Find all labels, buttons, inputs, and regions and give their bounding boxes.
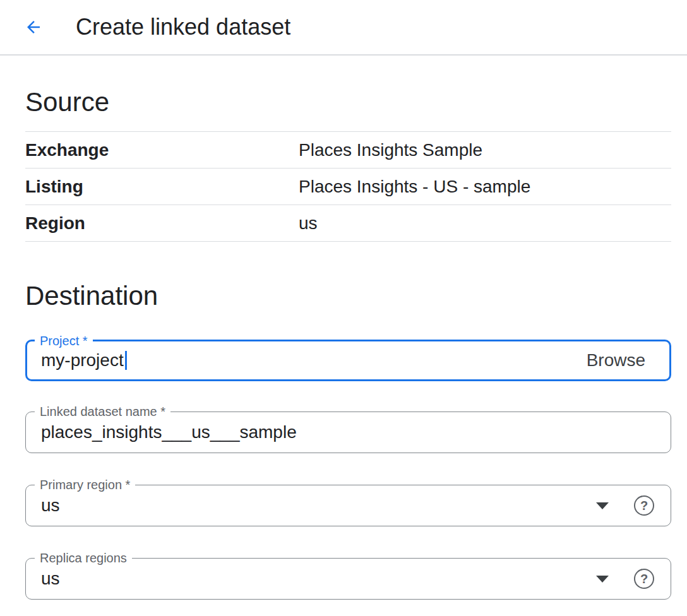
row-value-region: us <box>299 213 318 234</box>
linked-dataset-name-field[interactable]: Linked dataset name * places_insights___… <box>25 412 671 453</box>
destination-heading: Destination <box>25 281 671 311</box>
back-button[interactable] <box>24 18 43 37</box>
table-row-exchange: Exchange Places Insights Sample <box>25 132 671 169</box>
row-label-region: Region <box>25 213 299 234</box>
linked-dataset-name-value[interactable]: places_insights___us___sample <box>41 422 654 442</box>
browse-button[interactable]: Browse <box>587 350 645 370</box>
source-heading: Source <box>25 87 671 117</box>
row-label-exchange: Exchange <box>25 140 299 160</box>
table-row-region: Region us <box>25 205 671 242</box>
text-caret <box>125 351 127 370</box>
help-icon-replica-regions[interactable]: ? <box>634 569 654 589</box>
project-field-label: Project * <box>35 333 93 349</box>
primary-region-value[interactable]: us <box>41 495 596 516</box>
primary-region-select[interactable]: Primary region * us ? <box>25 485 671 526</box>
help-icon-primary-region[interactable]: ? <box>634 495 654 516</box>
replica-regions-select[interactable]: Replica regions us ? <box>25 558 671 600</box>
chevron-down-icon[interactable] <box>596 576 609 583</box>
page-title: Create linked dataset <box>76 14 290 40</box>
header: Create linked dataset <box>0 0 687 56</box>
row-value-listing: Places Insights - US - sample <box>299 177 530 197</box>
table-row-listing: Listing Places Insights - US - sample <box>25 169 671 205</box>
chevron-down-icon[interactable] <box>596 502 609 509</box>
row-value-exchange: Places Insights Sample <box>299 140 482 160</box>
linked-dataset-name-label: Linked dataset name * <box>35 404 170 420</box>
project-field[interactable]: Project * my-project Browse <box>25 340 671 381</box>
arrow-back-icon <box>24 18 43 37</box>
main-content: Source Exchange Places Insights Sample L… <box>25 87 671 600</box>
primary-region-label: Primary region * <box>35 477 135 493</box>
row-label-listing: Listing <box>25 177 299 197</box>
replica-regions-value[interactable]: us <box>41 569 596 589</box>
project-input-value[interactable]: my-project <box>41 350 587 370</box>
source-table: Exchange Places Insights Sample Listing … <box>25 131 671 242</box>
replica-regions-label: Replica regions <box>35 550 132 566</box>
